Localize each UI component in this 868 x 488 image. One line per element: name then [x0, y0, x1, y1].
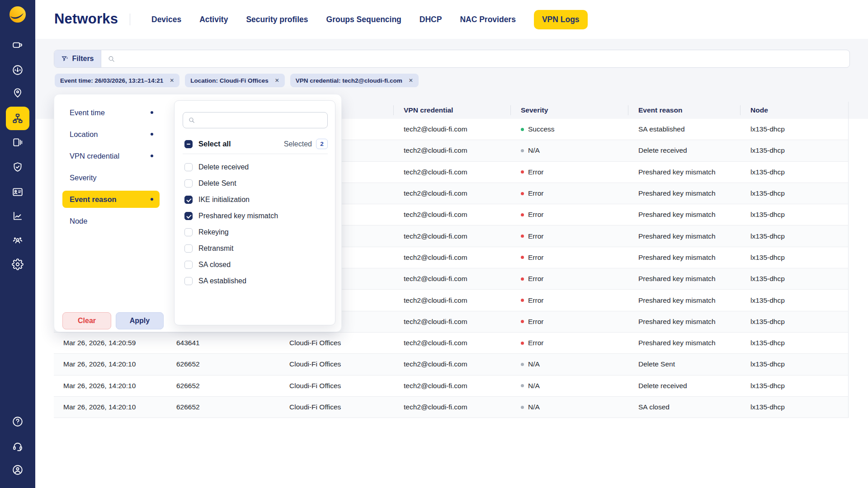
cell-vpn-credential: tech2@cloudi-fi.com	[404, 189, 521, 197]
cell-node: lx135-dhcp	[750, 403, 848, 411]
cell-event-time: Mar 26, 2026, 14:20:59	[63, 339, 176, 347]
coffee-cup-icon[interactable]	[7, 34, 28, 56]
cell-event-reason: Preshared key mismatch	[638, 168, 750, 176]
severity-dot-gray	[521, 363, 524, 366]
nav-item-vpn-logs[interactable]: VPN Logs	[534, 10, 588, 29]
search-icon	[188, 117, 195, 124]
checkbox-checked[interactable]	[184, 212, 193, 220]
header-separator	[393, 105, 394, 115]
checkbox-unchecked[interactable]	[184, 261, 193, 269]
dashboard-gauge-icon[interactable]	[7, 59, 28, 81]
nav-item-devices[interactable]: Devices	[151, 15, 181, 24]
cell-severity: Error	[521, 253, 638, 262]
select-all-checkbox[interactable]	[184, 140, 193, 148]
nav-item-security-profiles[interactable]: Security profiles	[246, 15, 308, 24]
severity-dot-red	[521, 170, 524, 174]
severity-label: N/A	[528, 146, 540, 155]
cell-node: lx135-dhcp	[750, 253, 848, 262]
column-header: VPN credential	[404, 106, 521, 114]
filters-button[interactable]: Filters	[54, 50, 101, 67]
nav-item-activity[interactable]: Activity	[199, 15, 228, 24]
dropdown-divider	[183, 154, 328, 154]
nav-item-groups-sequencing[interactable]: Groups Sequencing	[326, 15, 401, 24]
select-all-row[interactable]: Select all Selected 2	[184, 139, 328, 149]
nav-item-nac-providers[interactable]: NAC Providers	[460, 15, 516, 24]
filter-category-event-reason[interactable]: Event reason	[62, 191, 160, 208]
id-card-icon[interactable]	[7, 181, 28, 203]
checkbox-unchecked[interactable]	[184, 179, 193, 188]
filter-category-location[interactable]: Location	[62, 126, 160, 143]
checkbox-unchecked[interactable]	[184, 244, 193, 253]
cell-event-id: 626652	[176, 382, 289, 390]
cell-vpn-credential: tech2@cloudi-fi.com	[404, 318, 521, 326]
checkbox-checked[interactable]	[184, 196, 193, 204]
shield-check-icon[interactable]	[7, 156, 28, 178]
severity-dot-gray	[521, 406, 524, 409]
option-retransmit[interactable]: Retransmit	[184, 240, 328, 257]
sidebar	[0, 0, 35, 488]
table-row[interactable]: Mar 26, 2026, 14:20:10626652Cloudi-Fi Of…	[54, 354, 848, 375]
chip-close-icon[interactable]: ✕	[170, 77, 174, 84]
nav-item-dhcp[interactable]: DHCP	[420, 15, 442, 24]
cell-vpn-credential: tech2@cloudi-fi.com	[404, 146, 521, 155]
clear-button[interactable]: Clear	[62, 312, 111, 329]
line-chart-icon[interactable]	[7, 205, 28, 227]
app-title: Networks	[54, 11, 118, 27]
option-rekeying[interactable]: Rekeying	[184, 224, 328, 240]
option-sa-established[interactable]: SA established	[184, 273, 328, 289]
option-delete-sent[interactable]: Delete Sent	[184, 175, 328, 192]
table-row[interactable]: Mar 26, 2026, 14:20:59643641Cloudi-Fi Of…	[54, 333, 848, 354]
table-row[interactable]: Mar 26, 2026, 14:20:10626652Cloudi-Fi Of…	[54, 375, 848, 397]
filter-chip[interactable]: VPN credential: tech2@cloudi-fi.com✕	[290, 74, 419, 87]
filter-category-label: Event time	[70, 108, 105, 117]
chip-close-icon[interactable]: ✕	[275, 77, 279, 84]
dropdown-search-input[interactable]	[199, 113, 327, 128]
card-stack-icon[interactable]	[7, 131, 28, 153]
severity-label: Error	[528, 318, 543, 326]
severity-dot-gray	[521, 149, 524, 152]
filter-search-input[interactable]	[119, 50, 849, 67]
headset-support-icon[interactable]	[7, 436, 28, 457]
option-delete-received[interactable]: Delete received	[184, 159, 328, 175]
apply-button[interactable]: Apply	[116, 312, 164, 329]
checkbox-unchecked[interactable]	[184, 277, 193, 285]
option-label: Retransmit	[198, 244, 233, 253]
dropdown-search	[183, 112, 328, 128]
option-ike-initialization[interactable]: IKE initialization	[184, 192, 328, 208]
user-account-icon[interactable]	[7, 459, 28, 481]
network-sitemap-icon[interactable]	[6, 107, 29, 130]
event-reason-dropdown: Select all Selected 2 Delete receivedDel…	[174, 100, 335, 325]
cell-event-reason: Preshared key mismatch	[638, 211, 750, 219]
filter-category-event-time[interactable]: Event time	[62, 104, 160, 121]
checkbox-unchecked[interactable]	[184, 163, 193, 171]
brand-logo-icon[interactable]	[8, 5, 28, 24]
cell-severity: Error	[521, 232, 638, 240]
chip-close-icon[interactable]: ✕	[409, 77, 413, 84]
filter-category-node[interactable]: Node	[62, 212, 160, 230]
user-group-icon[interactable]	[7, 229, 28, 250]
cell-event-reason: Preshared key mismatch	[638, 318, 750, 326]
option-preshared-key-mismatch[interactable]: Preshared key mismatch	[184, 208, 328, 224]
cell-node: lx135-dhcp	[750, 232, 848, 240]
option-sa-closed[interactable]: SA closed	[184, 257, 328, 273]
settings-gear-icon[interactable]	[7, 253, 28, 275]
filter-category-vpn-credential[interactable]: VPN credential	[62, 147, 160, 164]
cell-vpn-credential: tech2@cloudi-fi.com	[404, 360, 521, 368]
cell-node: lx135-dhcp	[750, 275, 848, 283]
table-row[interactable]: Mar 26, 2026, 14:20:10626652Cloudi-Fi Of…	[54, 397, 848, 418]
dropdown-options: Delete receivedDelete SentIKE initializa…	[184, 159, 328, 289]
main-nav: DevicesActivitySecurity profilesGroups S…	[151, 0, 588, 39]
option-label: SA closed	[198, 261, 231, 269]
filter-category-severity[interactable]: Severity	[62, 169, 160, 186]
checkbox-unchecked[interactable]	[184, 228, 193, 236]
filter-chip[interactable]: Event time: 26/03/2026, 13:21–14:21✕	[55, 74, 179, 87]
filter-chip[interactable]: Location: Cloudi-Fi Offices✕	[185, 74, 285, 87]
severity-label: Error	[528, 296, 543, 305]
severity-dot-red	[521, 277, 524, 281]
filter-category-label: Location	[70, 130, 98, 139]
cell-event-id: 643641	[176, 339, 289, 347]
location-pin-icon[interactable]	[7, 82, 28, 103]
cell-location: Cloudi-Fi Offices	[289, 339, 404, 347]
help-circle-icon[interactable]	[7, 411, 28, 432]
severity-label: N/A	[528, 403, 540, 411]
